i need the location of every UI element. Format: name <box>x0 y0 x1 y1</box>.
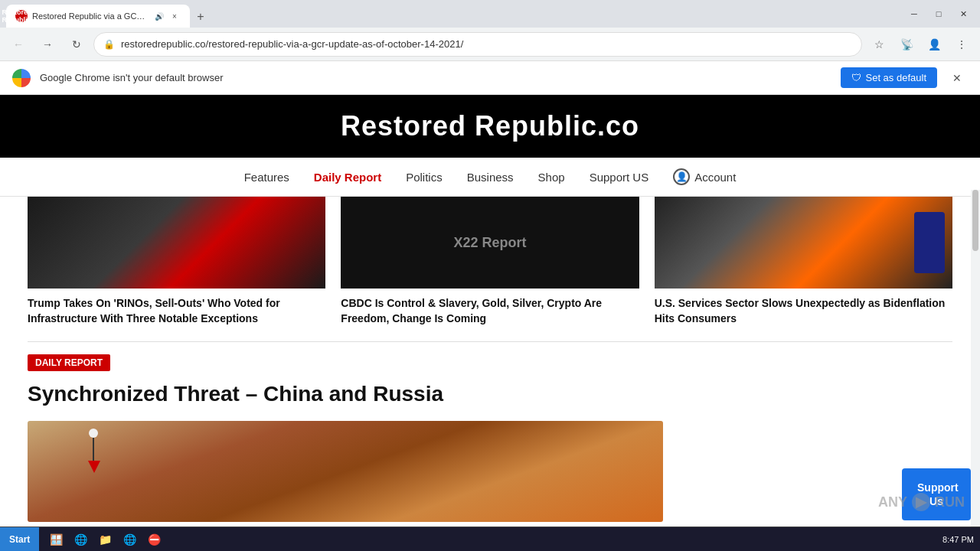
site-title: Restored Republic.co <box>15 110 965 142</box>
taskbar-right: 8:47 PM <box>936 535 980 544</box>
back-button[interactable]: ← <box>6 32 31 57</box>
shield-icon: 🛡 <box>851 72 861 83</box>
anyrun-watermark: ANY ▶ RUN <box>878 493 965 511</box>
browser-window: Restored Republic.co Restored Republic v… <box>0 0 980 527</box>
tab-area: Restored Republic.co Restored Republic v… <box>6 0 897 28</box>
article-card-2[interactable]: X22 Report CBDC Is Control & Slavery, Go… <box>341 197 639 326</box>
tab-close-button[interactable]: × <box>168 10 181 22</box>
main-article-heading: Synchronized Threat – China and Russia <box>0 380 980 420</box>
article-card-3[interactable]: U.S. Services Sector Slows Unexpectedly … <box>655 197 952 326</box>
tab-audio-icon: 🔊 <box>155 12 164 21</box>
notification-close-button[interactable]: ✕ <box>946 67 968 89</box>
start-button[interactable]: Start <box>0 527 39 551</box>
nav-item-business[interactable]: Business <box>467 171 514 184</box>
anyrun-play-icon: ▶ <box>912 493 930 511</box>
tab-favicon: Restored Republic.co <box>15 10 28 22</box>
set-default-button[interactable]: 🛡 Set as default <box>841 67 938 88</box>
notification-bar: Google Chrome isn't your default browser… <box>0 61 980 95</box>
reload-button[interactable]: ↻ <box>64 32 89 57</box>
browser-tab[interactable]: Restored Republic.co Restored Republic v… <box>6 5 190 28</box>
services-figure <box>914 212 945 273</box>
nav-item-support-us[interactable]: Support US <box>590 171 649 184</box>
taskbar-icon-windows[interactable]: 🪟 <box>45 529 67 550</box>
browser-toolbar: ← → ↻ 🔒 restoredrepublic.co/restored-rep… <box>0 28 980 61</box>
nav-account[interactable]: 👤 Account <box>673 168 736 185</box>
content-divider <box>28 341 952 342</box>
title-bar: Restored Republic.co Restored Republic v… <box>0 0 980 28</box>
website-content: Restored Republic.co Features Daily Repo… <box>0 95 980 527</box>
taskbar-icon-ie[interactable]: 🌐 <box>70 529 91 550</box>
toolbar-actions: ☆ 📡 👤 ⋮ <box>867 32 974 57</box>
article-image-triangle <box>88 461 100 473</box>
daily-report-badge: DAILY REPORT <box>28 354 110 371</box>
article-title-2: CBDC Is Control & Slavery, Gold, Silver,… <box>341 296 639 326</box>
nav-item-politics[interactable]: Politics <box>406 171 443 184</box>
anyrun-text-run: RUN <box>935 494 965 510</box>
url-text: restoredrepublic.co/restored-republic-vi… <box>121 38 852 50</box>
article-title-3: U.S. Services Sector Slows Unexpectedly … <box>655 296 952 326</box>
article-image-ball <box>89 429 98 438</box>
taskbar-icon-av[interactable]: ⛔ <box>143 529 165 550</box>
article-thumbnail-3 <box>655 197 952 289</box>
tab-title: Restored Republic via a GCR U... <box>32 11 150 21</box>
maximize-button[interactable]: □ <box>928 3 949 24</box>
menu-button[interactable]: ⋮ <box>949 32 974 57</box>
taskbar-icons: 🪟 🌐 📁 🌐 ⛔ <box>39 529 171 550</box>
lock-icon: 🔒 <box>103 39 115 50</box>
article-card-1[interactable]: Trump Takes On 'RINOs, Sell-Outs' Who Vo… <box>28 197 325 326</box>
address-bar[interactable]: 🔒 restoredrepublic.co/restored-republic-… <box>93 32 862 57</box>
notification-text: Google Chrome isn't your default browser <box>40 72 831 83</box>
site-navigation: Features Daily Report Politics Business … <box>0 158 980 197</box>
nav-item-shop[interactable]: Shop <box>538 171 565 184</box>
account-label: Account <box>694 171 736 184</box>
article-grid: Trump Takes On 'RINOs, Sell-Outs' Who Vo… <box>0 197 980 341</box>
bookmark-button[interactable]: ☆ <box>867 32 891 57</box>
site-header: Restored Republic.co <box>0 95 980 158</box>
taskbar-icon-explorer[interactable]: 📁 <box>94 529 116 550</box>
account-icon: 👤 <box>673 168 690 185</box>
scrollbar-thumb[interactable] <box>972 190 978 251</box>
taskbar-icon-chrome[interactable]: 🌐 <box>119 529 140 550</box>
article-thumbnail-2: X22 Report <box>341 197 639 289</box>
close-button[interactable]: ✕ <box>952 3 974 24</box>
main-article-image <box>28 421 663 522</box>
window-controls: ─ □ ✕ <box>903 3 974 24</box>
taskbar: Start 🪟 🌐 📁 🌐 ⛔ 8:47 PM <box>0 527 980 551</box>
taskbar-clock: 8:47 PM <box>942 535 974 544</box>
anyrun-text-any: ANY <box>878 494 907 510</box>
nav-item-daily-report[interactable]: Daily Report <box>314 171 381 184</box>
article-thumbnail-1 <box>28 197 325 289</box>
scrollbar-track[interactable] <box>971 190 980 527</box>
profile-button[interactable]: 👤 <box>922 32 946 57</box>
nav-item-features[interactable]: Features <box>244 171 289 184</box>
article-title-1: Trump Takes On 'RINOs, Sell-Outs' Who Vo… <box>28 296 325 326</box>
new-tab-button[interactable]: + <box>190 6 211 28</box>
chrome-logo-icon <box>12 69 31 87</box>
cast-button[interactable]: 📡 <box>894 32 919 57</box>
minimize-button[interactable]: ─ <box>903 3 925 24</box>
forward-button[interactable]: → <box>35 32 60 57</box>
